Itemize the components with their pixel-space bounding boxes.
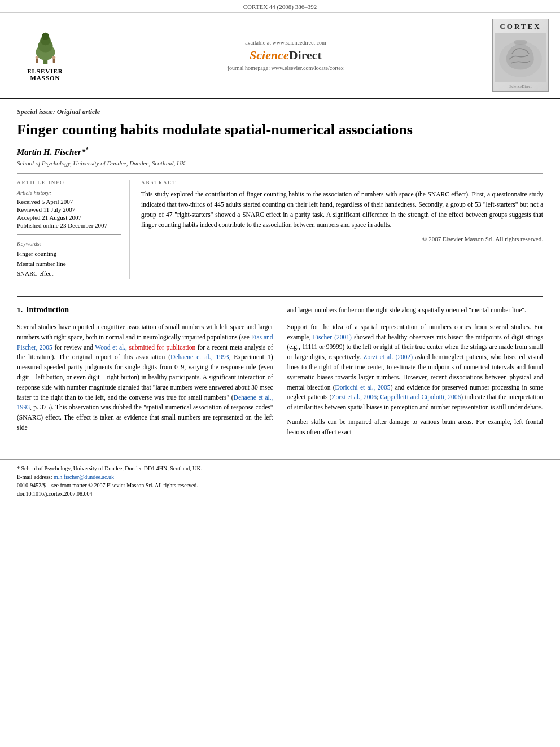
keyword-1: Finger counting (17, 249, 121, 259)
accepted-date: Accepted 21 August 2007 (17, 214, 121, 221)
svg-rect-6 (53, 58, 55, 63)
elsevier-logo: ELSEVIER MASSON (11, 30, 79, 81)
section-title: Introduction (26, 305, 69, 314)
svg-point-8 (52, 56, 55, 59)
link-zorzi-2002[interactable]: Zorzi et al. (2002) (364, 353, 413, 360)
link-dehaene-1993[interactable]: Dehaene et al., 1993 (170, 353, 229, 360)
main-body: 1. Introduction Several studies have rep… (0, 296, 560, 453)
svg-rect-5 (36, 58, 38, 63)
body-divider (17, 296, 543, 297)
special-issue-label: Special issue: Original article (17, 108, 543, 116)
citation-text: CORTEX 44 (2008) 386–392 (243, 3, 317, 10)
svg-point-4 (41, 32, 49, 40)
intro-paragraph-4: Number skills can be impaired after dama… (287, 417, 544, 438)
reviewed-date: Reviewed 11 July 2007 (17, 206, 121, 213)
copyright-notice: © 2007 Elsevier Masson Srl. All rights r… (141, 235, 543, 242)
link-fischer-2001[interactable]: Fischer (2001) (313, 334, 352, 340)
abstract-text: This study explored the contribution of … (141, 190, 543, 230)
author-name: Martin H. Fischer** (17, 146, 543, 157)
elsevier-tree-icon (24, 30, 67, 67)
body-right-column: and larger numbers further on the right … (287, 305, 544, 442)
article-info-panel: ARTICLE INFO Article history: Received 5… (17, 180, 130, 279)
sciencedirect-section: available at www.sciencedirect.com Scien… (79, 40, 492, 71)
keywords-label: Keywords: (17, 241, 121, 247)
body-left-column: 1. Introduction Several studies have rep… (17, 305, 273, 442)
journal-citation: CORTEX 44 (2008) 386–392 (0, 0, 560, 13)
elsevier-name: ELSEVIER MASSON (27, 68, 63, 81)
body-columns: 1. Introduction Several studies have rep… (17, 305, 543, 442)
cortex-cover-image (495, 33, 546, 82)
author-affiliation: School of Psychology, University of Dund… (17, 160, 543, 167)
cortex-cover-title: CORTEX (500, 22, 541, 31)
footnote-1: * School of Psychology, University of Du… (17, 464, 543, 473)
keywords-divider (17, 234, 121, 235)
email-link[interactable]: m.h.fischer@dundee.ac.uk (54, 474, 114, 480)
intro-paragraph-3: Support for the idea of a spatial repres… (287, 322, 544, 413)
link-wood[interactable]: Wood et al., (95, 344, 127, 351)
journal-header: ELSEVIER MASSON available at www.science… (0, 13, 560, 99)
section-divider (17, 173, 543, 174)
link-dehaene-1993b[interactable]: Dehaene et al., 1993 (17, 394, 273, 411)
received-date: Received 5 April 2007 (17, 198, 121, 205)
keyword-3: SNARC effect (17, 269, 121, 279)
link-zorzi-2006[interactable]: Zorzi et al., 2006 (331, 394, 376, 400)
article-history-label: Article history: (17, 190, 121, 196)
article-info-heading: ARTICLE INFO (17, 180, 121, 185)
section-header: 1. Introduction (17, 305, 273, 319)
intro-paragraph-2: and larger numbers further on the right … (287, 305, 544, 316)
keyword-2: Mental number line (17, 259, 121, 269)
svg-point-7 (35, 56, 38, 59)
link-doricchi[interactable]: Doricchi et al., 2005 (335, 384, 391, 391)
link-submitted[interactable]: submitted for publication (129, 344, 196, 351)
svg-point-10 (514, 40, 527, 45)
available-text: available at www.sciencedirect.com (79, 40, 492, 46)
info-abstract-columns: ARTICLE INFO Article history: Received 5… (17, 180, 543, 279)
page-footer: * School of Psychology, University of Du… (0, 459, 560, 504)
link-cappelletti[interactable]: Cappelletti and Cipolotti, 2006 (380, 394, 461, 400)
section-number: 1. (17, 305, 23, 314)
article-title: Finger counting habits modulate spatial-… (17, 121, 543, 138)
journal-homepage: journal homepage: www.elsevier.com/locat… (79, 65, 492, 71)
sciencedirect-logo: ScienceDirect (79, 48, 492, 63)
footnote-2: E-mail address: m.h.fischer@dundee.ac.uk (17, 473, 543, 481)
footnote-doi: doi:10.1016/j.cortex.2007.08.004 (17, 490, 543, 498)
abstract-heading: ABSTRACT (141, 180, 543, 185)
footnote-3: 0010-9452/$ – see front matter © 2007 El… (17, 481, 543, 490)
abstract-panel: ABSTRACT This study explored the contrib… (141, 180, 543, 279)
article-header-section: Special issue: Original article Finger c… (0, 99, 560, 290)
cover-badge: ScienceDirect (509, 84, 531, 89)
published-date: Published online 23 December 2007 (17, 222, 121, 229)
intro-paragraph-1: Several studies have reported a cognitiv… (17, 322, 273, 433)
brain-illustration (495, 34, 546, 82)
cortex-cover: CORTEX ScienceDirect (492, 19, 549, 92)
